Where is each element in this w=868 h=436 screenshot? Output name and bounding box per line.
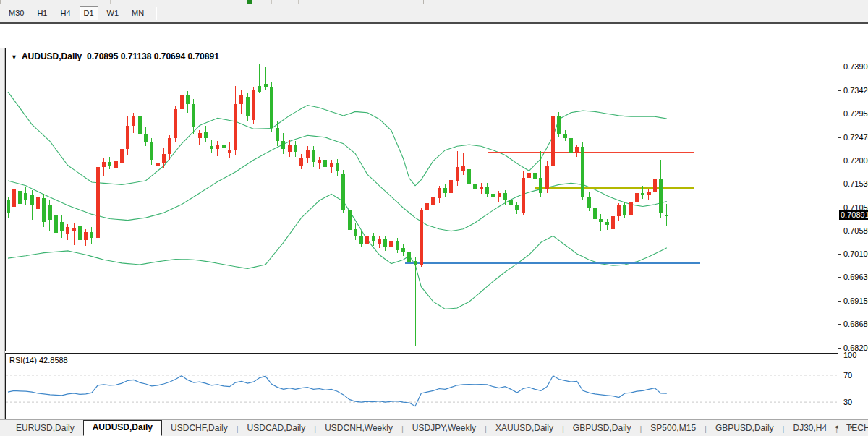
chart-tab-bar: EURUSD,DailyAUDUSD,DailyUSDCHF,Daily|USD…	[0, 419, 868, 436]
chart-tab-sp500[interactable]: SP500,M15	[642, 421, 705, 436]
price-axis[interactable]: 0.739000.734200.729500.724700.720000.715…	[838, 48, 868, 436]
chart-dropdown-icon[interactable]: ▼	[11, 54, 17, 61]
candle-body	[48, 205, 52, 220]
chart-tab-usdcad[interactable]: USDCAD,Daily	[239, 421, 315, 436]
candle-body	[96, 167, 100, 238]
candle-body	[569, 138, 573, 153]
chart-tab-usdjpy[interactable]: USDJPY,Weekly	[404, 421, 485, 436]
candle-body	[431, 197, 435, 205]
candle-body	[24, 193, 27, 200]
price-axis-label: 0.70580	[843, 226, 868, 235]
price-axis-tick	[838, 161, 841, 161]
candle-body	[533, 173, 537, 179]
candle-body	[509, 200, 513, 205]
tab-scroll-left-icon[interactable]: ◄	[833, 424, 849, 430]
candle-body	[443, 188, 447, 193]
chart-tab-usdchf[interactable]: USDCHF,Daily	[162, 421, 237, 436]
chart-tab-gbpusd[interactable]: GBPUSD,Daily	[564, 421, 640, 436]
candle-body	[36, 197, 40, 209]
candle-body	[222, 145, 226, 149]
timeframe-button-mn[interactable]: MN	[127, 6, 148, 20]
candle-body	[318, 160, 321, 163]
timeframe-button-m30[interactable]: M30	[4, 6, 28, 20]
candle-body	[174, 109, 177, 138]
price-axis-label: 0.73420	[843, 86, 868, 95]
timeframe-button-w1[interactable]: W1	[103, 6, 124, 20]
candle-body	[414, 261, 417, 265]
chart-tab-usdcnh[interactable]: USDCNH,Weekly	[316, 421, 401, 436]
timeframe-button-h4[interactable]: H4	[56, 6, 75, 20]
candle-body	[299, 158, 303, 166]
candle-body	[252, 90, 255, 120]
candle-body	[665, 215, 668, 216]
candle-body	[557, 116, 561, 134]
candle-body	[216, 145, 219, 150]
candle-body	[72, 228, 76, 231]
candle-body	[617, 205, 621, 216]
window-left-edge	[0, 48, 5, 436]
candle-body	[239, 95, 243, 104]
price-axis-label: 0.72950	[843, 109, 868, 118]
candle-body	[467, 169, 471, 184]
rsi-indicator-pane[interactable]: RSI(14) 42.8588	[5, 353, 838, 426]
candlestick-chart[interactable]	[6, 48, 838, 351]
candle-body	[383, 239, 387, 247]
chart-tab-xauusd[interactable]: XAUUSD,Daily	[487, 421, 562, 436]
tab-scroll-right-icon[interactable]: ►	[849, 424, 865, 430]
price-axis-tick	[838, 137, 841, 138]
candle-body	[246, 97, 250, 116]
candle-body	[276, 128, 279, 141]
candle-body	[150, 142, 153, 160]
candle-body	[258, 86, 261, 92]
chart-tab-eurusd[interactable]: EURUSD,Daily	[7, 421, 83, 436]
candle-body	[599, 219, 603, 223]
candle-body	[587, 197, 591, 208]
candle-body	[581, 147, 584, 197]
candle-body	[629, 202, 633, 215]
price-axis-label: 0.70100	[843, 249, 868, 258]
chart-tab-gbpusd[interactable]: GBPUSD,Daily	[707, 421, 783, 436]
candle-body	[641, 193, 644, 195]
candle-body	[78, 226, 82, 240]
candle-body	[30, 195, 34, 205]
price-axis-tick	[838, 208, 841, 208]
price-axis-tick	[838, 324, 841, 325]
candle-body	[449, 180, 453, 193]
price-axis-label: 0.72470	[843, 133, 868, 142]
candle-body	[401, 248, 405, 252]
price-axis-label: 0.72000	[843, 156, 868, 165]
chart-tab-audusd[interactable]: AUDUSD,Daily	[83, 420, 162, 436]
candle-body	[168, 138, 171, 155]
price-axis-tick	[838, 114, 841, 114]
chart-title: ▼AUDUSD,Daily 0.70895 0.71138 0.70694 0.…	[11, 51, 219, 61]
price-axis-tick	[838, 277, 841, 278]
chart-tab-dj30[interactable]: DJ30,H4	[784, 421, 835, 436]
candle-body	[210, 146, 213, 149]
candle-body	[378, 239, 381, 244]
timeframe-button-d1[interactable]: D1	[80, 6, 98, 20]
price-chart-pane[interactable]: ▼AUDUSD,Daily 0.70895 0.71138 0.70694 0.…	[5, 48, 838, 351]
candle-body	[551, 116, 555, 167]
timeframe-toolbar: M30H1H4D1W1MN	[0, 4, 868, 22]
candle-body	[659, 179, 663, 213]
candle-body	[192, 104, 195, 127]
candle-body	[503, 193, 507, 200]
chart-ohlc-values: 0.70895 0.71138 0.70694 0.70891	[87, 51, 219, 61]
candle-body	[653, 179, 657, 192]
rsi-label: RSI(14) 42.8588	[9, 356, 68, 364]
candle-body	[270, 87, 273, 128]
candle-body	[198, 133, 202, 138]
candle-body	[306, 150, 310, 158]
rsi-axis-label: 70	[843, 371, 852, 380]
candle-body	[359, 236, 363, 244]
price-axis-label: 0.69630	[843, 273, 868, 281]
candle-body	[144, 134, 148, 142]
toolbar-partial-icon[interactable]	[247, 0, 252, 4]
candle-body	[234, 104, 237, 150]
candle-body	[288, 145, 292, 153]
price-axis-tick	[838, 90, 841, 91]
timeframe-button-h1[interactable]: H1	[33, 6, 51, 20]
candle-body	[180, 95, 184, 109]
rsi-chart[interactable]	[6, 354, 838, 425]
rsi-axis-label: 100	[843, 351, 856, 359]
